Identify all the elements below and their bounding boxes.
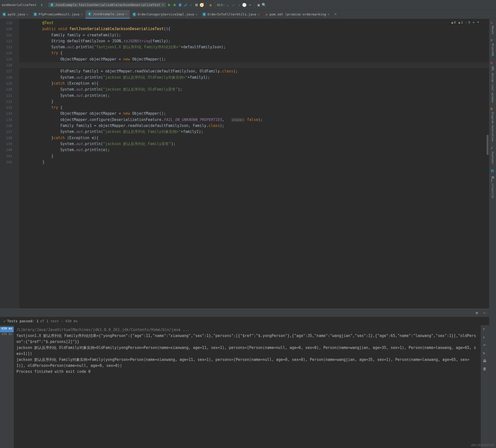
stop-icon[interactable] — [194, 3, 199, 7]
tab-pom-xml-promise-ordermarking[interactable]: mpom.xml (promise-ordermarking× — [262, 10, 332, 19]
compass-icon[interactable]: 🧭 — [200, 3, 204, 7]
tab-label: OrderCategoryServiceImpl.java — [138, 12, 194, 16]
code-line[interactable]: } — [24, 99, 489, 105]
close-icon[interactable]: × — [26, 13, 28, 16]
inspection-badges: ▲6 ▲1 ✓3 — [451, 20, 479, 24]
tab-orderinfofilterutils-java[interactable]: COrderInfoFilterUtils.java× — [200, 10, 262, 19]
layout-icon[interactable]: ▣ — [256, 3, 261, 7]
minimize-icon[interactable]: — — [482, 311, 487, 315]
close-icon[interactable]: × — [81, 13, 83, 16]
line-number: 140 — [0, 147, 12, 153]
line-number: 124 — [0, 50, 12, 56]
scroll-end-icon[interactable]: ⇲ — [483, 351, 487, 355]
back-arrow-icon[interactable] — [40, 3, 44, 7]
run-icon[interactable] — [167, 3, 171, 7]
code-line[interactable]: @Test — [24, 20, 489, 26]
print-icon[interactable]: 🖶 — [483, 359, 487, 363]
softwrap-icon[interactable]: ⤶ — [483, 343, 487, 347]
tabs-more[interactable] — [332, 10, 339, 19]
code-line[interactable]: }catch (Exception e){ — [24, 135, 489, 141]
check-icon: ✔ — [3, 319, 5, 323]
line-number: 139 — [0, 141, 12, 147]
line-gutter: 1191201211221231241251261271281291301311… — [0, 19, 19, 309]
git-pull-icon[interactable]: ↙ — [226, 3, 230, 7]
scrollbar-thumb[interactable] — [487, 135, 489, 155]
code-line[interactable]: try { — [24, 50, 489, 56]
up-icon[interactable]: ↑ — [483, 327, 487, 331]
tab-ordercategoryserviceimpl-java[interactable]: COrderCategoryServiceImpl.java× — [130, 10, 200, 19]
code-line[interactable]: Family family = createFamily(); — [24, 32, 489, 38]
close-icon[interactable]: × — [196, 13, 197, 16]
debug-icon[interactable] — [172, 3, 177, 7]
tool-icon: P — [491, 39, 495, 43]
right-tool-uml-design-tool-window[interactable]: UUML design tool window — [491, 61, 495, 103]
code-line[interactable]: String defaultFamilyJson = JSON.toJSONSt… — [24, 38, 489, 44]
code-line[interactable]: ObjectMapper objectMapper = new ObjectMa… — [24, 56, 489, 62]
code-line[interactable]: System.out.println("jackson 默认反序列化 Famil… — [24, 141, 489, 147]
right-tool-joycoder[interactable]: JJoyCoder — [491, 146, 495, 164]
code-line[interactable]: public void fastJsonSerializableJacksonD… — [24, 26, 489, 32]
right-tool-jclasslib[interactable]: jjclasslib — [491, 178, 495, 198]
right-tool-diagram-generation[interactable]: DDiagram Generation — [491, 107, 495, 142]
code-line[interactable]: System.out.println("jackson 默认反序列化 Famil… — [24, 129, 489, 135]
close-icon[interactable]: × — [126, 12, 127, 16]
code-line[interactable]: System.out.println("fastjson1.X 默认序列化 Fa… — [24, 44, 489, 50]
warn-count: 6 — [454, 20, 456, 24]
git-label: Git: — [217, 3, 225, 7]
line-number: 125 — [0, 56, 12, 62]
tab-label: ayCO.java — [7, 12, 25, 16]
run-configuration-selector[interactable]: C JsonExample.fastJsonSerializableJackso… — [48, 2, 166, 7]
code-line[interactable]: } — [24, 159, 489, 165]
right-tool-plantuml[interactable]: PPlantUML — [491, 39, 495, 57]
line-number: 126 — [0, 62, 12, 68]
code-line[interactable]: } — [24, 153, 489, 159]
svg-rect-1 — [195, 4, 198, 6]
next-highlight-icon[interactable] — [477, 22, 479, 23]
right-tool-maven[interactable]: mMaven — [491, 21, 495, 34]
attach-icon[interactable]: ⚡ — [189, 3, 193, 7]
down-icon[interactable]: ↓ — [483, 335, 487, 339]
code-line[interactable]: ObjectMapper objectMapper = new ObjectMa… — [24, 111, 489, 116]
tab-label: OrderInfoFilterUtils.java — [207, 12, 256, 16]
code-line[interactable]: objectMapper.configure(DeserializationFe… — [24, 117, 489, 123]
git-rollback-icon[interactable]: ↶ — [248, 3, 252, 7]
time-column: 430 ms430 ms — [0, 325, 14, 448]
code-line[interactable]: System.out.println(e); — [24, 147, 489, 153]
line-number: 142 — [0, 159, 12, 165]
coverage-icon[interactable] — [178, 3, 182, 7]
breadcrumb-method: sonDeserializeTest — [1, 3, 37, 7]
line-number: 136 — [0, 123, 12, 129]
ai-icon[interactable]: ◉ — [208, 3, 213, 7]
code-line[interactable]: Family family1 = objectMapper.readValue(… — [24, 123, 489, 129]
test-status-suffix: of 1 test – 430 ms — [40, 319, 78, 323]
code-editor[interactable]: 1191201211221231241251261271281291301311… — [0, 19, 489, 309]
console-output[interactable]: /Library/Java/JavaVirtualMachines/jdk1.8… — [14, 325, 481, 448]
tab-jsonexample-java[interactable]: CJsonExample.java× — [85, 10, 130, 19]
tab-pfppromiseresult-java[interactable]: CPfpPromiseResult.java× — [31, 10, 86, 19]
prev-highlight-icon[interactable] — [473, 22, 475, 23]
line-number: 128 — [0, 74, 12, 80]
tool-icon: U — [491, 61, 495, 65]
code-content[interactable]: @Test public void fastJsonSerializableJa… — [19, 19, 489, 309]
code-line[interactable]: }catch (Exception e){ — [24, 80, 489, 86]
settings-icon[interactable]: ⚙ — [475, 311, 479, 315]
run-config-label: JsonExample.fastJsonSerializableJacksonD… — [55, 3, 160, 7]
git-history-icon[interactable]: 🕒 — [242, 3, 247, 7]
git-commit-icon[interactable]: ✓ — [231, 3, 236, 7]
close-icon[interactable]: × — [258, 13, 259, 16]
code-line[interactable]: OldFamily family1 = objectMapper.readVal… — [24, 68, 489, 74]
right-tool--[interactable]: 协协作 — [491, 169, 495, 174]
file-icon: C — [133, 13, 136, 16]
line-number: 131 — [0, 93, 12, 99]
code-line[interactable]: System.out.println("jackson 默认反序列化 OldFa… — [24, 74, 489, 80]
code-line[interactable]: System.out.println("jackson 默认反序列化 OldFa… — [24, 86, 489, 92]
code-line[interactable]: try { — [24, 105, 489, 111]
search-icon[interactable]: 🔍 — [262, 3, 266, 7]
profile-icon[interactable] — [183, 3, 188, 7]
clear-icon[interactable]: 🗑 — [483, 367, 487, 371]
code-line[interactable]: System.out.println(e); — [24, 93, 489, 99]
tab-ayco-java[interactable]: CayCO.java× — [0, 10, 31, 19]
file-icon: C — [34, 13, 37, 16]
git-push-icon[interactable]: ↗ — [237, 3, 241, 7]
close-icon[interactable]: × — [328, 13, 329, 16]
